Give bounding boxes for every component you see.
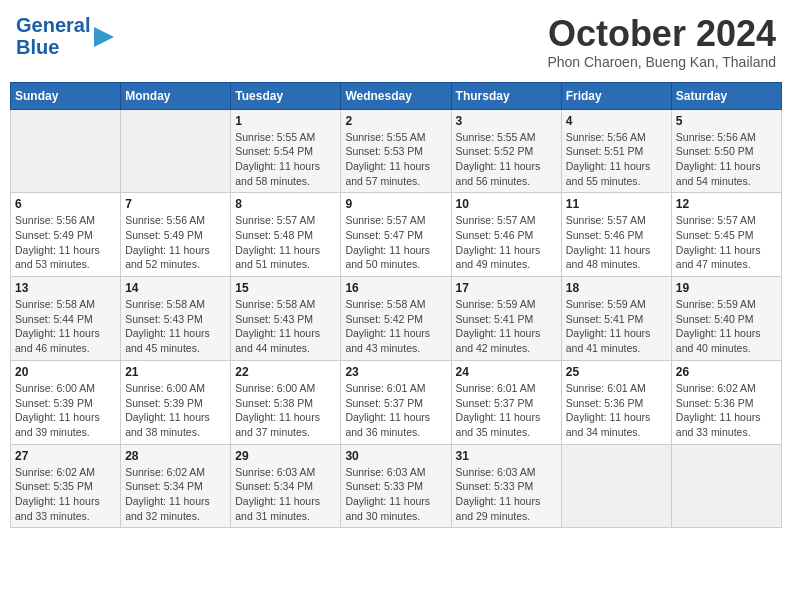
day-info: Sunrise: 5:56 AMSunset: 5:51 PMDaylight:…	[566, 130, 667, 189]
calendar-body: 1Sunrise: 5:55 AMSunset: 5:54 PMDaylight…	[11, 109, 782, 528]
day-number: 18	[566, 281, 667, 295]
page-container: General Blue October 2024 Phon Char	[10, 10, 782, 528]
day-number: 28	[125, 449, 226, 463]
logo-text: General Blue	[16, 14, 90, 58]
day-number: 21	[125, 365, 226, 379]
calendar-cell: 26Sunrise: 6:02 AMSunset: 5:36 PMDayligh…	[671, 360, 781, 444]
col-saturday: Saturday	[671, 82, 781, 109]
day-number: 23	[345, 365, 446, 379]
day-number: 14	[125, 281, 226, 295]
calendar-cell: 1Sunrise: 5:55 AMSunset: 5:54 PMDaylight…	[231, 109, 341, 193]
title-area: October 2024 Phon Charoen, Bueng Kan, Th…	[547, 14, 776, 70]
location-subtitle: Phon Charoen, Bueng Kan, Thailand	[547, 54, 776, 70]
day-number: 4	[566, 114, 667, 128]
day-info: Sunrise: 5:57 AMSunset: 5:47 PMDaylight:…	[345, 213, 446, 272]
day-info: Sunrise: 6:02 AMSunset: 5:35 PMDaylight:…	[15, 465, 116, 524]
col-sunday: Sunday	[11, 82, 121, 109]
calendar-cell: 10Sunrise: 5:57 AMSunset: 5:46 PMDayligh…	[451, 193, 561, 277]
calendar-cell: 28Sunrise: 6:02 AMSunset: 5:34 PMDayligh…	[121, 444, 231, 528]
day-info: Sunrise: 6:01 AMSunset: 5:37 PMDaylight:…	[456, 381, 557, 440]
col-monday: Monday	[121, 82, 231, 109]
logo-blue: Blue	[16, 36, 59, 58]
calendar-cell: 4Sunrise: 5:56 AMSunset: 5:51 PMDaylight…	[561, 109, 671, 193]
day-number: 11	[566, 197, 667, 211]
day-info: Sunrise: 6:00 AMSunset: 5:38 PMDaylight:…	[235, 381, 336, 440]
day-number: 8	[235, 197, 336, 211]
calendar-week-2: 6Sunrise: 5:56 AMSunset: 5:49 PMDaylight…	[11, 193, 782, 277]
day-info: Sunrise: 6:00 AMSunset: 5:39 PMDaylight:…	[15, 381, 116, 440]
day-number: 9	[345, 197, 446, 211]
calendar-cell: 2Sunrise: 5:55 AMSunset: 5:53 PMDaylight…	[341, 109, 451, 193]
calendar-cell: 17Sunrise: 5:59 AMSunset: 5:41 PMDayligh…	[451, 277, 561, 361]
header: General Blue October 2024 Phon Char	[10, 10, 782, 74]
calendar-header: Sunday Monday Tuesday Wednesday Thursday…	[11, 82, 782, 109]
calendar-cell: 27Sunrise: 6:02 AMSunset: 5:35 PMDayligh…	[11, 444, 121, 528]
calendar-cell: 31Sunrise: 6:03 AMSunset: 5:33 PMDayligh…	[451, 444, 561, 528]
day-number: 26	[676, 365, 777, 379]
logo: General Blue	[16, 14, 122, 58]
calendar-cell: 14Sunrise: 5:58 AMSunset: 5:43 PMDayligh…	[121, 277, 231, 361]
calendar-cell: 20Sunrise: 6:00 AMSunset: 5:39 PMDayligh…	[11, 360, 121, 444]
calendar-table: Sunday Monday Tuesday Wednesday Thursday…	[10, 82, 782, 529]
day-number: 10	[456, 197, 557, 211]
month-title: October 2024	[547, 14, 776, 54]
calendar-cell: 21Sunrise: 6:00 AMSunset: 5:39 PMDayligh…	[121, 360, 231, 444]
day-number: 17	[456, 281, 557, 295]
day-number: 22	[235, 365, 336, 379]
day-info: Sunrise: 5:59 AMSunset: 5:40 PMDaylight:…	[676, 297, 777, 356]
day-number: 27	[15, 449, 116, 463]
calendar-cell: 24Sunrise: 6:01 AMSunset: 5:37 PMDayligh…	[451, 360, 561, 444]
logo-general: General	[16, 14, 90, 36]
day-number: 13	[15, 281, 116, 295]
calendar-week-1: 1Sunrise: 5:55 AMSunset: 5:54 PMDaylight…	[11, 109, 782, 193]
day-number: 30	[345, 449, 446, 463]
calendar-cell: 15Sunrise: 5:58 AMSunset: 5:43 PMDayligh…	[231, 277, 341, 361]
day-number: 29	[235, 449, 336, 463]
day-info: Sunrise: 6:01 AMSunset: 5:37 PMDaylight:…	[345, 381, 446, 440]
calendar-cell	[561, 444, 671, 528]
calendar-cell: 13Sunrise: 5:58 AMSunset: 5:44 PMDayligh…	[11, 277, 121, 361]
calendar-week-4: 20Sunrise: 6:00 AMSunset: 5:39 PMDayligh…	[11, 360, 782, 444]
calendar-cell: 12Sunrise: 5:57 AMSunset: 5:45 PMDayligh…	[671, 193, 781, 277]
calendar-cell: 5Sunrise: 5:56 AMSunset: 5:50 PMDaylight…	[671, 109, 781, 193]
calendar-cell: 23Sunrise: 6:01 AMSunset: 5:37 PMDayligh…	[341, 360, 451, 444]
day-number: 6	[15, 197, 116, 211]
day-number: 19	[676, 281, 777, 295]
day-info: Sunrise: 6:02 AMSunset: 5:34 PMDaylight:…	[125, 465, 226, 524]
day-number: 16	[345, 281, 446, 295]
day-number: 12	[676, 197, 777, 211]
day-info: Sunrise: 5:57 AMSunset: 5:46 PMDaylight:…	[566, 213, 667, 272]
day-info: Sunrise: 5:59 AMSunset: 5:41 PMDaylight:…	[456, 297, 557, 356]
day-number: 1	[235, 114, 336, 128]
calendar-cell: 16Sunrise: 5:58 AMSunset: 5:42 PMDayligh…	[341, 277, 451, 361]
day-info: Sunrise: 5:58 AMSunset: 5:43 PMDaylight:…	[125, 297, 226, 356]
day-number: 24	[456, 365, 557, 379]
day-number: 25	[566, 365, 667, 379]
logo-arrow-icon	[94, 23, 122, 51]
calendar-cell: 7Sunrise: 5:56 AMSunset: 5:49 PMDaylight…	[121, 193, 231, 277]
calendar-week-5: 27Sunrise: 6:02 AMSunset: 5:35 PMDayligh…	[11, 444, 782, 528]
day-number: 31	[456, 449, 557, 463]
day-number: 3	[456, 114, 557, 128]
calendar-cell: 25Sunrise: 6:01 AMSunset: 5:36 PMDayligh…	[561, 360, 671, 444]
day-number: 15	[235, 281, 336, 295]
day-info: Sunrise: 5:55 AMSunset: 5:52 PMDaylight:…	[456, 130, 557, 189]
col-thursday: Thursday	[451, 82, 561, 109]
col-friday: Friday	[561, 82, 671, 109]
day-info: Sunrise: 5:55 AMSunset: 5:54 PMDaylight:…	[235, 130, 336, 189]
calendar-cell: 11Sunrise: 5:57 AMSunset: 5:46 PMDayligh…	[561, 193, 671, 277]
col-wednesday: Wednesday	[341, 82, 451, 109]
calendar-cell: 22Sunrise: 6:00 AMSunset: 5:38 PMDayligh…	[231, 360, 341, 444]
day-info: Sunrise: 5:56 AMSunset: 5:50 PMDaylight:…	[676, 130, 777, 189]
calendar-cell: 6Sunrise: 5:56 AMSunset: 5:49 PMDaylight…	[11, 193, 121, 277]
calendar-cell: 19Sunrise: 5:59 AMSunset: 5:40 PMDayligh…	[671, 277, 781, 361]
calendar-cell: 8Sunrise: 5:57 AMSunset: 5:48 PMDaylight…	[231, 193, 341, 277]
calendar-cell	[671, 444, 781, 528]
day-info: Sunrise: 6:03 AMSunset: 5:33 PMDaylight:…	[456, 465, 557, 524]
day-info: Sunrise: 6:01 AMSunset: 5:36 PMDaylight:…	[566, 381, 667, 440]
day-info: Sunrise: 6:02 AMSunset: 5:36 PMDaylight:…	[676, 381, 777, 440]
day-info: Sunrise: 5:57 AMSunset: 5:45 PMDaylight:…	[676, 213, 777, 272]
day-info: Sunrise: 5:55 AMSunset: 5:53 PMDaylight:…	[345, 130, 446, 189]
calendar-week-3: 13Sunrise: 5:58 AMSunset: 5:44 PMDayligh…	[11, 277, 782, 361]
day-info: Sunrise: 5:59 AMSunset: 5:41 PMDaylight:…	[566, 297, 667, 356]
